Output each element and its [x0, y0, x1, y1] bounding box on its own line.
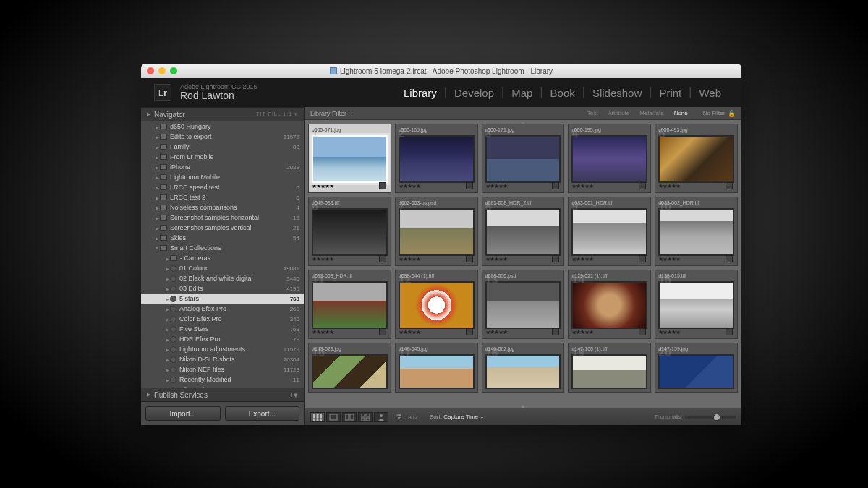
thumbnail-image[interactable] [312, 354, 388, 389]
thumbnail-cell[interactable]: 5c000-493.jpg★★★★★ [655, 124, 738, 193]
collection-item[interactable]: ▶5 stars768 [141, 294, 304, 304]
collection-item[interactable]: ▶Noiseless comparisons4 [141, 202, 304, 213]
disclosure-icon[interactable]: ▶ [164, 317, 170, 322]
rating-stars[interactable]: ★★★★★ [485, 256, 507, 262]
thumbnail-image[interactable] [658, 135, 734, 183]
compare-view-button[interactable] [342, 412, 357, 422]
disclosure-icon[interactable]: ▶ [147, 392, 150, 398]
collection-item[interactable]: ▶Five Stars768 [141, 324, 304, 334]
sort-control[interactable]: Sort: Capture Time ⌄ [430, 414, 485, 420]
filter-tab-none[interactable]: None [669, 108, 693, 119]
collection-item[interactable]: ▶Color Efex Pro340 [141, 314, 304, 324]
thumbnail-image[interactable] [571, 281, 647, 329]
thumbnail-image[interactable] [658, 281, 734, 329]
thumbnail-cell[interactable]: 15d138-015.tiff★★★★★ [655, 270, 738, 339]
thumbnail-size-slider[interactable] [685, 416, 736, 419]
add-icon[interactable]: +▾ [289, 390, 298, 400]
rating-stars[interactable]: ★★★★★ [658, 329, 680, 335]
thumbnail-cell[interactable]: 16d143-023.jpg [308, 343, 391, 393]
filter-tab-attribute[interactable]: Attribute [603, 108, 634, 119]
loupe-view-button[interactable] [326, 412, 341, 422]
thumbnail-cell[interactable]: 19d147-100 (1).tiff [568, 343, 651, 393]
export-button[interactable]: Export... [225, 406, 300, 421]
thumbnail-cell[interactable]: 14d129-021 (1).tiff★★★★★ [568, 270, 651, 339]
collection-item[interactable]: ▶Screenshot samples horizontal16 [141, 213, 304, 223]
navigator-zoom-opts[interactable]: FIT FILL 1:1 ▾ [256, 111, 298, 117]
rating-stars[interactable]: ★★★★★ [658, 183, 680, 189]
collection-item[interactable]: ▶01 Colour49081 [141, 263, 304, 273]
collection-item[interactable]: ▶Nikon NEF files11723 [141, 364, 304, 374]
thumbnail-cell[interactable]: 20d147-159.jpg [655, 343, 738, 393]
painter-icon[interactable]: ⚗ [396, 413, 402, 421]
collection-item[interactable]: ▶From Lr mobile [141, 152, 304, 162]
rating-stars[interactable]: ★★★★★ [658, 256, 680, 262]
disclosure-icon[interactable]: ▶ [164, 367, 170, 372]
disclosure-icon[interactable]: ▶ [154, 155, 160, 160]
module-map[interactable]: Map [504, 87, 540, 99]
navigator-panel-header[interactable]: ▶ Navigator FIT FILL 1:1 ▾ [141, 107, 304, 121]
zoom-icon[interactable] [170, 67, 177, 74]
module-develop[interactable]: Develop [447, 87, 501, 99]
thumbnail-image[interactable] [399, 354, 475, 389]
disclosure-icon[interactable]: ▶ [154, 215, 160, 221]
thumbnail-cell[interactable]: 12d088-044 (1).tiff★★★★★ [395, 270, 478, 339]
rating-stars[interactable]: ★★★★★ [312, 329, 333, 335]
thumbnail-cell[interactable]: 2c000-165.jpg★★★★★ [395, 124, 478, 193]
no-filter-label[interactable]: No Filter [703, 110, 725, 116]
thumbnail-cell[interactable]: 9d083-001_HDR.tif★★★★★ [568, 197, 651, 266]
thumbnail-image[interactable] [399, 208, 475, 256]
disclosure-icon[interactable]: ▶ [154, 205, 160, 210]
filter-tab-metadata[interactable]: Metadata [634, 108, 668, 119]
rating-stars[interactable]: ★★★★★ [571, 183, 593, 189]
collection-item[interactable]: ▶iPhone2028 [141, 162, 304, 172]
disclosure-icon[interactable]: ▶ [154, 226, 160, 231]
collection-item[interactable]: ▼Smart Collections [141, 243, 304, 253]
thumbnail-cell[interactable]: 3c000-171.jpg★★★★★ [482, 124, 565, 193]
thumbnail-image[interactable] [399, 281, 475, 329]
survey-view-button[interactable] [358, 412, 373, 422]
thumbnail-image[interactable] [485, 281, 561, 329]
thumbnail-image[interactable] [485, 208, 561, 256]
thumbnail-image[interactable] [658, 208, 734, 256]
collection-item[interactable]: ▶Nikon D-SLR shots20304 [141, 354, 304, 364]
close-icon[interactable] [147, 67, 154, 74]
import-button[interactable]: Import... [145, 406, 221, 421]
thumbnail-cell[interactable]: 6d049-033.tiff★★★★★ [308, 197, 391, 266]
thumbnail-cell[interactable]: 17d146-045.jpg [395, 343, 478, 393]
thumbnail-cell[interactable]: 4c000-195.jpg★★★★★ [568, 124, 651, 193]
minimize-icon[interactable] [158, 67, 166, 74]
module-print[interactable]: Print [652, 87, 689, 99]
thumbnail-cell[interactable]: 8d083-058_HDR_2.tif★★★★★ [482, 197, 565, 266]
thumbnail-cell[interactable]: 13d088-050.psd★★★★★ [482, 270, 565, 339]
titlebar[interactable]: Lightroom 5 Iomega-2.lrcat - Adobe Photo… [141, 64, 741, 78]
rating-stars[interactable]: ★★★★★ [571, 329, 593, 335]
collection-item[interactable]: ▶- Cameras [141, 253, 304, 263]
thumbnail-image[interactable] [571, 135, 647, 183]
disclosure-icon[interactable]: ▼ [154, 246, 160, 250]
sort-direction-icon[interactable]: a↓z [408, 414, 418, 421]
collection-item[interactable]: ▶Family83 [141, 142, 304, 152]
people-view-button[interactable] [374, 412, 388, 422]
disclosure-icon[interactable]: ▶ [164, 377, 170, 382]
disclosure-icon[interactable]: ▶ [164, 276, 170, 281]
thumbnail-image[interactable] [571, 208, 647, 256]
collection-item[interactable]: ▶d650 Hungary [141, 121, 304, 132]
disclosure-icon[interactable]: ▶ [154, 195, 160, 200]
collection-item[interactable]: ▶Edits to export11576 [141, 132, 304, 142]
collection-item[interactable]: ▶02 Black and white digital3440 [141, 273, 304, 283]
rating-stars[interactable]: ★★★★★ [571, 256, 593, 262]
thumbnail-image[interactable] [312, 135, 388, 183]
disclosure-icon[interactable]: ▶ [164, 307, 170, 312]
collection-item[interactable]: ▶03 Edits4196 [141, 283, 304, 294]
disclosure-icon[interactable]: ▶ [164, 296, 170, 301]
thumbnail-cell[interactable]: 18d146-062.jpg [482, 343, 565, 393]
rating-stars[interactable]: ★★★★★ [399, 183, 420, 189]
disclosure-icon[interactable]: ▶ [164, 266, 170, 271]
disclosure-icon[interactable]: ▶ [154, 185, 160, 190]
rating-stars[interactable]: ★★★★★ [485, 183, 507, 189]
collection-item[interactable]: ▶Analog Efex Pro260 [141, 304, 304, 314]
identity-plate[interactable]: Adobe Lightroom CC 2015 Rod Lawton [180, 83, 258, 101]
module-book[interactable]: Book [543, 87, 582, 99]
thumbnail-image[interactable] [312, 208, 388, 256]
publish-panel-header[interactable]: ▶ Publish Services +▾ [141, 388, 304, 402]
